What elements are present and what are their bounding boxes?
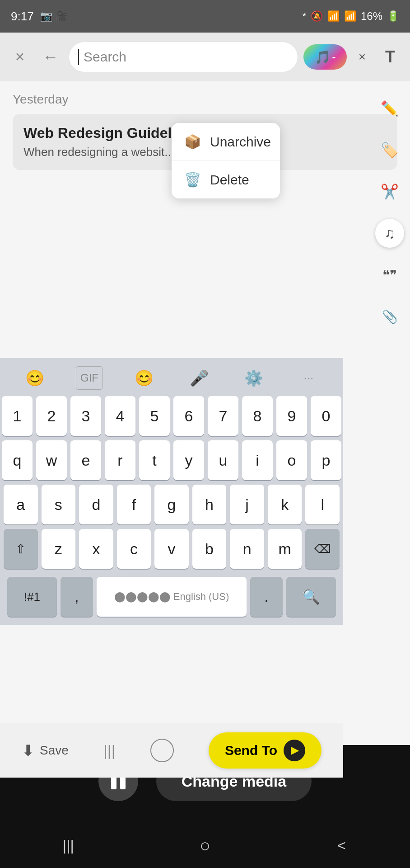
key-w[interactable]: w (36, 440, 67, 480)
keyboard-number-row: 1 2 3 4 5 6 7 8 9 0 (0, 396, 343, 436)
language-label: English (US) (173, 591, 229, 603)
key-m[interactable]: m (268, 529, 302, 569)
key-u[interactable]: u (208, 440, 238, 480)
keyboard-row-3: ⇧ z x c v b n m ⌫ (0, 529, 343, 569)
special-chars-label: !#1 (24, 590, 40, 604)
snap-bottom-nav: ⬇ Save ||| Send To ▶ (0, 723, 343, 778)
shift-key[interactable]: ⇧ (4, 529, 38, 569)
save-icon: ⬇ (22, 741, 34, 760)
scissors-icon[interactable]: ✂️ (375, 177, 404, 206)
delete-menu-item[interactable]: 🗑️ Delete (172, 161, 280, 198)
keyboard-smiley-icon[interactable]: 😊 (130, 366, 158, 390)
key-1[interactable]: 1 (2, 396, 33, 436)
text-cursor (78, 49, 79, 65)
key-6[interactable]: 6 (173, 396, 204, 436)
key-j[interactable]: j (230, 485, 264, 524)
clip-icon[interactable]: 📎 (375, 302, 404, 331)
keyboard-settings-icon[interactable]: ⚙️ (240, 366, 267, 390)
key-5[interactable]: 5 (139, 396, 170, 436)
send-to-label: Send To (225, 743, 277, 758)
status-bar: 9:17 📷 🎥 * 🔕 📶 📶 16% 🔋 (0, 0, 410, 33)
recent-apps-nav-button[interactable]: ||| (52, 829, 84, 862)
key-z[interactable]: z (42, 529, 76, 569)
status-time: 9:17 📷 🎥 (11, 9, 67, 24)
key-0[interactable]: 0 (311, 396, 341, 436)
key-b[interactable]: b (192, 529, 227, 569)
keyboard-mic-icon[interactable]: 🎤 (186, 366, 213, 390)
back-nav-button[interactable]: < (326, 829, 358, 862)
send-to-button[interactable]: Send To ▶ (209, 732, 321, 769)
key-v[interactable]: v (154, 529, 189, 569)
home-nav-button[interactable]: ○ (189, 829, 221, 862)
key-f[interactable]: f (117, 485, 151, 524)
key-4[interactable]: 4 (105, 396, 135, 436)
snap-content-area: × ← Search 🎵 - × T ✏️ 🏷️ ✂️ ♫ ❝❞ 📎 Yeste… (0, 33, 410, 778)
battery-icon: 🔋 (387, 10, 399, 22)
text-format-icon[interactable]: T (377, 44, 403, 70)
section-date-label: Yesterday (13, 92, 397, 107)
backspace-key[interactable]: ⌫ (305, 529, 340, 569)
key-9[interactable]: 9 (276, 396, 307, 436)
key-n[interactable]: n (230, 529, 264, 569)
key-s[interactable]: s (42, 485, 76, 524)
android-nav-bar: ||| ○ < (0, 823, 410, 868)
tag-icon[interactable]: 🏷️ (375, 136, 404, 165)
comma-key[interactable]: , (61, 577, 93, 617)
period-key[interactable]: . (250, 577, 283, 617)
top-toolbar: × ← Search 🎵 - × T (0, 33, 410, 81)
special-chars-key[interactable]: !#1 (7, 577, 57, 617)
space-key[interactable]: ⬤⬤⬤⬤⬤ English (US) (97, 577, 247, 617)
keyboard-row-1: q w e r t y u i o p (0, 440, 343, 480)
key-x[interactable]: x (79, 529, 113, 569)
key-k[interactable]: k (268, 485, 302, 524)
keyboard-row-2: a s d f g h j k l (0, 485, 343, 524)
keyboard-emoji-bar-icon[interactable]: 😊 (21, 366, 48, 390)
music-badge[interactable]: 🎵 - (303, 44, 347, 70)
music-badge-icon: 🎵 (315, 50, 331, 65)
recent-apps-button[interactable]: ||| (103, 742, 116, 760)
language-dots: ⬤⬤⬤⬤⬤ (114, 591, 171, 603)
sound-icon: 🔕 (311, 10, 323, 22)
key-7[interactable]: 7 (208, 396, 238, 436)
key-r[interactable]: r (105, 440, 135, 480)
save-button[interactable]: ⬇ Save (22, 741, 69, 760)
search-key[interactable]: 🔍 (286, 577, 336, 617)
key-h[interactable]: h (192, 485, 227, 524)
badge-close-button[interactable]: × (352, 47, 372, 67)
battery-label: 16% (361, 10, 382, 23)
key-2[interactable]: 2 (36, 396, 67, 436)
unarchive-label: Unarchive (210, 134, 271, 150)
back-button[interactable]: ← (38, 44, 63, 70)
search-input[interactable]: Search (84, 49, 126, 65)
key-c[interactable]: c (117, 529, 151, 569)
key-3[interactable]: 3 (70, 396, 101, 436)
bluetooth-icon: * (302, 10, 306, 22)
key-e[interactable]: e (70, 440, 101, 480)
video-icon: 🎥 (55, 10, 67, 22)
quote-icon[interactable]: ❝❞ (375, 260, 404, 289)
key-d[interactable]: d (79, 485, 113, 524)
signal-icon: 📶 (344, 10, 356, 22)
close-button[interactable]: × (7, 44, 33, 70)
key-o[interactable]: o (276, 440, 307, 480)
key-t[interactable]: t (139, 440, 170, 480)
home-button[interactable] (150, 739, 174, 762)
pencil-icon[interactable]: ✏️ (375, 94, 404, 123)
keyboard-bottom-row: !#1 , ⬤⬤⬤⬤⬤ English (US) . 🔍 (0, 573, 343, 620)
right-toolbar: ✏️ 🏷️ ✂️ ♫ ❝❞ 📎 (369, 81, 410, 344)
keyboard-more-icon[interactable]: ··· (295, 366, 322, 390)
music-icon[interactable]: ♫ (375, 219, 404, 248)
key-p[interactable]: p (311, 440, 341, 480)
save-label: Save (40, 743, 69, 758)
key-i[interactable]: i (242, 440, 273, 480)
unarchive-menu-item[interactable]: 📦 Unarchive (172, 123, 280, 161)
key-l[interactable]: l (305, 485, 340, 524)
search-bar[interactable]: Search (69, 42, 298, 72)
key-8[interactable]: 8 (242, 396, 273, 436)
key-y[interactable]: y (173, 440, 204, 480)
key-g[interactable]: g (154, 485, 189, 524)
key-q[interactable]: q (2, 440, 33, 480)
keyboard: 😊 GIF 😊 🎤 ⚙️ ··· 1 2 3 4 5 6 7 8 9 0 q w… (0, 358, 343, 625)
key-a[interactable]: a (4, 485, 38, 524)
keyboard-gif-icon[interactable]: GIF (76, 366, 103, 390)
